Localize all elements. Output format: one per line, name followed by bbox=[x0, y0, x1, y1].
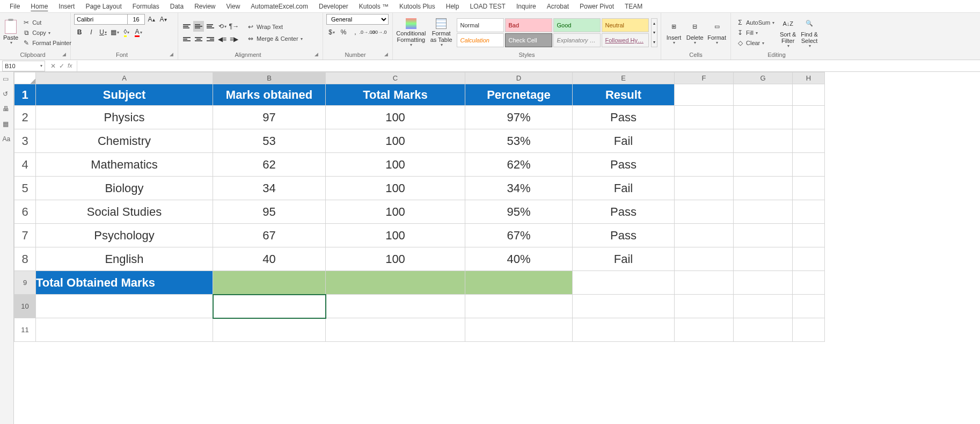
font-size-select[interactable] bbox=[128, 14, 145, 25]
formula-bar[interactable] bbox=[77, 61, 980, 71]
tab-pagelayout[interactable]: Page Layout bbox=[80, 1, 127, 12]
ltr-button[interactable]: ¶→ bbox=[229, 21, 239, 32]
tab-team[interactable]: TEAM bbox=[619, 1, 648, 12]
cell[interactable] bbox=[465, 271, 573, 295]
cell[interactable]: 95 bbox=[213, 200, 326, 224]
cell[interactable] bbox=[793, 153, 825, 177]
cell[interactable] bbox=[734, 224, 793, 247]
tab-review[interactable]: Review bbox=[189, 1, 221, 12]
cell[interactable]: 67 bbox=[213, 224, 326, 247]
increase-indent-button[interactable]: ≡▶ bbox=[229, 34, 239, 45]
cell[interactable] bbox=[675, 224, 734, 247]
cell[interactable] bbox=[326, 295, 465, 318]
format-as-table-button[interactable]: Format as Table▾ bbox=[428, 15, 455, 50]
cell[interactable]: 34% bbox=[465, 177, 573, 200]
cell[interactable] bbox=[734, 153, 793, 177]
cell[interactable]: Total Marks bbox=[326, 84, 465, 106]
row-header[interactable]: 3 bbox=[14, 129, 36, 153]
cell[interactable] bbox=[734, 84, 793, 106]
cell[interactable]: Biology bbox=[36, 177, 213, 200]
cell[interactable] bbox=[465, 318, 573, 342]
cancel-formula-button[interactable]: ✕ bbox=[50, 62, 56, 70]
cell[interactable] bbox=[573, 295, 675, 318]
dialog-launcher-icon[interactable]: ◢ bbox=[384, 52, 389, 57]
cell[interactable] bbox=[793, 271, 825, 295]
cell[interactable] bbox=[326, 271, 465, 295]
style-followedhyperlink[interactable]: Followed Hy… bbox=[602, 33, 649, 47]
col-header-h[interactable]: H bbox=[793, 72, 825, 84]
tab-view[interactable]: View bbox=[221, 1, 246, 12]
col-header-f[interactable]: F bbox=[675, 72, 734, 84]
cell[interactable]: Mathematics bbox=[36, 153, 213, 177]
tab-kutools[interactable]: Kutools ™ bbox=[354, 1, 394, 12]
styles-scroll[interactable]: ▴▾▾ bbox=[651, 18, 657, 47]
style-neutral[interactable]: Neutral bbox=[602, 18, 649, 32]
tab-automateexcel[interactable]: AutomateExcel.com bbox=[245, 1, 313, 12]
orientation-button[interactable]: ⟲▾ bbox=[217, 21, 228, 32]
style-good[interactable]: Good bbox=[553, 18, 601, 32]
style-explanatory[interactable]: Explanatory … bbox=[553, 33, 601, 47]
sidebar-icon-2[interactable]: ↺ bbox=[3, 90, 11, 99]
cell[interactable]: 100 bbox=[326, 177, 465, 200]
font-color-button[interactable]: A▾ bbox=[133, 27, 144, 38]
border-button[interactable]: ▦▾ bbox=[109, 27, 120, 38]
cut-button[interactable]: ✂Cut bbox=[20, 18, 73, 27]
cell[interactable] bbox=[465, 295, 573, 318]
cell[interactable]: 100 bbox=[326, 153, 465, 177]
cell[interactable]: 100 bbox=[326, 247, 465, 271]
cell[interactable]: Fail bbox=[573, 247, 675, 271]
cell[interactable]: Fail bbox=[573, 129, 675, 153]
align-bottom-button[interactable] bbox=[205, 21, 216, 32]
cell[interactable]: English bbox=[36, 247, 213, 271]
tab-loadtest[interactable]: LOAD TEST bbox=[464, 1, 510, 12]
cell[interactable]: 34 bbox=[213, 177, 326, 200]
cell[interactable] bbox=[36, 318, 213, 342]
cell[interactable]: 97 bbox=[213, 106, 326, 129]
format-cells-button[interactable]: ▭Format▾ bbox=[706, 15, 727, 50]
cell[interactable] bbox=[793, 84, 825, 106]
align-center-button[interactable] bbox=[193, 34, 204, 45]
dialog-launcher-icon[interactable]: ◢ bbox=[170, 52, 174, 57]
fx-button[interactable]: fx bbox=[68, 62, 72, 70]
cell[interactable]: Pass bbox=[573, 200, 675, 224]
tab-inquire[interactable]: Inquire bbox=[511, 1, 542, 12]
cell[interactable]: Result bbox=[573, 84, 675, 106]
style-bad[interactable]: Bad bbox=[505, 18, 552, 32]
tab-kutoolsplus[interactable]: Kutools Plus bbox=[394, 1, 441, 12]
cell[interactable] bbox=[675, 200, 734, 224]
cell[interactable] bbox=[675, 106, 734, 129]
italic-button[interactable]: I bbox=[86, 27, 97, 38]
tab-insert[interactable]: Insert bbox=[53, 1, 80, 12]
style-calculation[interactable]: Calculation bbox=[457, 33, 504, 47]
cell[interactable]: 100 bbox=[326, 200, 465, 224]
copy-button[interactable]: ⧉Copy▾ bbox=[20, 28, 73, 38]
cell[interactable] bbox=[36, 295, 213, 318]
tab-home[interactable]: Home bbox=[25, 1, 53, 12]
clear-button[interactable]: ◇Clear▾ bbox=[734, 38, 776, 48]
cell[interactable] bbox=[213, 271, 326, 295]
delete-cells-button[interactable]: ⊟Delete▾ bbox=[685, 15, 704, 50]
tab-formulas[interactable]: Formulas bbox=[127, 1, 165, 12]
dialog-launcher-icon[interactable]: ◢ bbox=[62, 52, 67, 57]
cell[interactable] bbox=[675, 318, 734, 342]
row-header[interactable]: 11 bbox=[14, 318, 36, 342]
cell[interactable] bbox=[734, 295, 793, 318]
paste-button[interactable]: Paste▾ bbox=[3, 15, 18, 50]
sidebar-icon-4[interactable]: ▦ bbox=[3, 120, 11, 129]
cell[interactable] bbox=[573, 318, 675, 342]
cell[interactable] bbox=[675, 153, 734, 177]
tab-help[interactable]: Help bbox=[441, 1, 465, 12]
cell[interactable]: 97% bbox=[465, 106, 573, 129]
cell[interactable]: 53% bbox=[465, 129, 573, 153]
cell[interactable] bbox=[675, 247, 734, 271]
insert-cells-button[interactable]: ⊞Insert▾ bbox=[664, 15, 683, 50]
cell[interactable] bbox=[793, 295, 825, 318]
row-header[interactable]: 5 bbox=[14, 177, 36, 200]
cell[interactable] bbox=[675, 271, 734, 295]
sidebar-icon-1[interactable]: ▭ bbox=[3, 75, 11, 84]
cell[interactable]: 100 bbox=[326, 129, 465, 153]
col-header-d[interactable]: D bbox=[465, 72, 573, 84]
cell-b10[interactable] bbox=[213, 295, 326, 318]
cell[interactable]: 100 bbox=[326, 106, 465, 129]
cell[interactable] bbox=[793, 247, 825, 271]
